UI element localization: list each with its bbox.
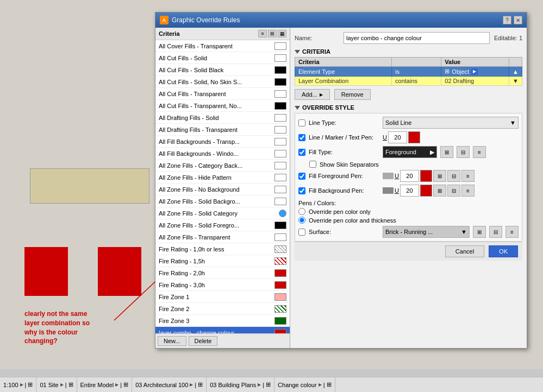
beige-rectangle <box>30 168 149 204</box>
dialog-title: Graphic Override Rules <box>172 16 240 24</box>
criteria-arrow-btn[interactable]: ▶ <box>471 68 478 75</box>
underline-icon-2 <box>383 173 394 179</box>
sort-icon-1[interactable]: ≡ <box>258 30 267 37</box>
red-rectangle-right <box>98 247 141 296</box>
surface-dropdown[interactable]: Brick - Running ... ▼ <box>383 226 470 238</box>
list-item[interactable]: All Cut Fills - Solid <box>155 52 290 64</box>
remove-button[interactable]: Remove <box>334 89 371 100</box>
fill-fg-pen-swatch[interactable] <box>420 170 432 182</box>
surface-checkbox[interactable] <box>298 229 305 236</box>
fill-type-dropdown[interactable]: Foreground ▶ <box>383 146 437 158</box>
line-type-dropdown[interactable]: Solid Line ▼ <box>383 117 519 129</box>
sort-icon-2[interactable]: ⊞ <box>268 30 277 37</box>
pen-number[interactable]: 20 <box>388 131 407 143</box>
status-change[interactable]: Change colour ▶ | ⊞ <box>274 377 335 392</box>
list-item[interactable]: Fire Rating - 1,5h <box>155 255 290 267</box>
list-item[interactable]: All Cut Fills - Solid, No Skin S... <box>155 76 290 88</box>
list-item[interactable]: Fire Rating - 3,0h <box>155 279 290 291</box>
override-pen-thickness-radio[interactable] <box>298 217 305 224</box>
fill-icon-btn-3[interactable]: ≡ <box>473 146 486 158</box>
criteria-scroll-col <box>509 58 522 67</box>
fill-fg-pen-number[interactable]: 20 <box>400 170 419 182</box>
list-item[interactable]: All Cut Fills - Solid Black <box>155 64 290 76</box>
override-collapse-btn[interactable] <box>295 106 300 110</box>
list-item[interactable]: All Zone Fills - Solid Foregro... <box>155 219 290 231</box>
list-item[interactable]: Fire Rating - 1,0h or less <box>155 243 290 255</box>
fill-fg-icon-3[interactable]: ≡ <box>461 170 475 182</box>
ok-button[interactable]: OK <box>489 245 518 257</box>
skin-separators-label: Show Skin Separators <box>320 161 390 168</box>
list-item[interactable]: All Cover Fills - Transparent <box>155 40 290 52</box>
fill-bg-pen-checkbox[interactable] <box>298 187 305 194</box>
list-item[interactable]: All Zone Fills - Solid Backgro... <box>155 195 290 207</box>
annotation-text: clearly not the same layer combination s… <box>24 309 106 346</box>
fill-fg-icon-2[interactable]: ⊟ <box>447 170 460 182</box>
fill-bg-pen-display: U 20 ⊞ ⊟ ≡ <box>383 185 475 197</box>
skin-separators-checkbox[interactable] <box>309 161 316 168</box>
criteria-row-layer-combo[interactable]: Layer Combination contains 02 Drafting ▼ <box>295 77 522 86</box>
status-site[interactable]: 01 Site ▶ | ⊞ <box>36 377 77 392</box>
criteria-scroll: ▲ <box>509 67 522 77</box>
list-item[interactable]: All Zone Fills - Solid Category <box>155 207 290 219</box>
fill-bg-icon-1[interactable]: ⊞ <box>433 185 446 197</box>
pen-color-swatch[interactable] <box>408 131 420 143</box>
surface-icon-1[interactable]: ⊞ <box>473 226 486 238</box>
criteria-row-element-type[interactable]: Element Type is ⊞ Object ▶ ▲ <box>295 67 522 77</box>
value-col-header: Value <box>441 58 509 67</box>
fill-bg-pen-swatch[interactable] <box>420 185 432 197</box>
list-item[interactable]: All Zone Fills - Hide Pattern <box>155 172 290 184</box>
help-button[interactable]: ? <box>503 16 511 24</box>
fill-icon-btn-1[interactable]: ⊞ <box>440 146 453 158</box>
delete-button[interactable]: Delete <box>189 336 218 346</box>
criteria-cell-op: is <box>392 67 441 77</box>
fill-bg-pen-number[interactable]: 20 <box>400 185 419 197</box>
list-item[interactable]: All Drafting Fills - Solid <box>155 112 290 124</box>
fill-fg-pen-checkbox[interactable] <box>298 173 305 180</box>
list-item[interactable]: All Zone Fills - Transparent <box>155 231 290 243</box>
list-item[interactable]: All Cut Fills - Transparent <box>155 88 290 100</box>
status-plans[interactable]: 03 Building Plans ▶ | ⊞ <box>207 377 274 392</box>
name-input[interactable] <box>344 32 490 44</box>
criteria-collapse-btn[interactable] <box>295 50 300 54</box>
fill-type-checkbox[interactable] <box>298 149 305 156</box>
right-panel: Name: Editable: 1 CRITERIA Criteria Valu… <box>290 28 527 348</box>
list-panel: Criteria ≡ ⊞ ▦ All Cover Fills - Transpa… <box>155 28 290 348</box>
line-type-checkbox[interactable] <box>298 119 305 127</box>
list-item[interactable]: All Cut Fills - Transparent, No... <box>155 100 290 112</box>
list-item[interactable]: Fire Zone 1 <box>155 291 290 303</box>
status-model[interactable]: Entire Model ▶ | ⊞ <box>77 377 133 392</box>
surface-icon-3[interactable]: ≡ <box>505 226 519 238</box>
list-name-column: Criteria <box>159 30 256 37</box>
criteria-col-header: Criteria <box>295 58 392 67</box>
list-item[interactable]: All Fill Backgrounds - Windo... <box>155 148 290 160</box>
cancel-button[interactable]: Cancel <box>445 245 484 257</box>
list-item[interactable]: All Zone Fills - Category Back... <box>155 160 290 172</box>
fill-bg-icon-3[interactable]: ≡ <box>461 185 475 197</box>
fill-bg-icon-2[interactable]: ⊟ <box>447 185 460 197</box>
sort-icon-3[interactable]: ▦ <box>278 30 286 37</box>
underline-icon: U <box>383 134 387 141</box>
dialog-footer: Cancel OK <box>295 242 522 261</box>
fill-fg-icon-1[interactable]: ⊞ <box>433 170 446 182</box>
line-marker-checkbox[interactable] <box>298 134 305 141</box>
surface-row: Surface: Brick - Running ... ▼ ⊞ ⊟ ≡ <box>298 226 519 238</box>
status-scale[interactable]: 1:100 ▶ | ⊞ <box>0 377 36 392</box>
criteria-buttons-row: Add... ▶ Remove <box>295 89 522 100</box>
list-header-icons: ≡ ⊞ ▦ <box>258 30 286 37</box>
list-item-selected[interactable]: layer combo - change colour <box>155 327 290 333</box>
underline-icon-2b: U <box>395 173 399 179</box>
list-item[interactable]: All Zone Fills - No Background <box>155 184 290 195</box>
list-item[interactable]: Fire Zone 2 <box>155 303 290 315</box>
list-item[interactable]: All Fill Backgrounds - Transp... <box>155 136 290 148</box>
criteria-scroll: ▼ <box>509 77 522 86</box>
list-item[interactable]: Fire Rating - 2,0h <box>155 267 290 279</box>
list-item[interactable]: All Drafting Fills - Transparent <box>155 124 290 136</box>
status-arch[interactable]: 03 Architectural 100 ▶ | ⊞ <box>132 377 207 392</box>
new-button[interactable]: New... <box>158 336 186 346</box>
add-button[interactable]: Add... ▶ <box>295 89 330 100</box>
surface-icon-2[interactable]: ⊟ <box>489 226 502 238</box>
fill-icon-btn-2[interactable]: ⊟ <box>457 146 470 158</box>
override-pen-only-radio[interactable] <box>298 208 305 215</box>
list-item[interactable]: Fire Zone 3 <box>155 315 290 327</box>
close-button[interactable]: ✕ <box>514 16 522 24</box>
